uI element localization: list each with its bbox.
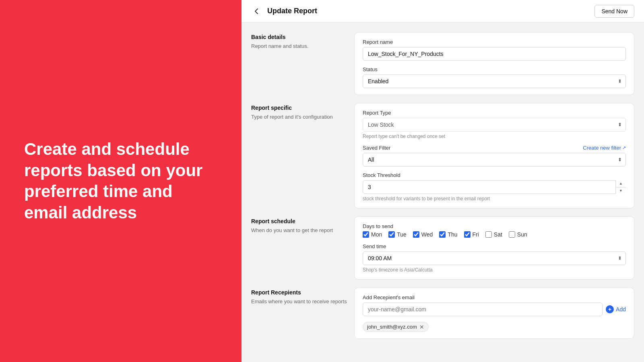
day-thu-checkbox[interactable]: [439, 231, 446, 238]
report-type-hint: Report type can't be changed once set: [363, 134, 626, 139]
left-panel-headline: Create and schedule reports based on you…: [24, 139, 217, 223]
report-type-label: Report Type: [363, 110, 626, 116]
day-sat-checkbox[interactable]: [485, 231, 492, 238]
day-thu: Thu: [439, 231, 457, 238]
saved-filter-header: Saved Filter Create new filter ↗: [363, 145, 626, 151]
status-field: Status Enabled Disabled ⬍: [363, 66, 626, 88]
email-tags-container: john_smith@xyz.com ✕: [363, 322, 626, 332]
report-type-select-wrapper: Low Stock ⬍: [363, 118, 626, 132]
page-content: Basic details Report name and status. Re…: [242, 23, 644, 348]
back-arrow-icon: [253, 7, 261, 15]
header-left: Update Report: [251, 6, 317, 17]
day-thu-label: Thu: [448, 231, 457, 238]
email-tag: john_smith@xyz.com ✕: [363, 322, 429, 332]
saved-filter-field: Saved Filter Create new filter ↗ All ⬍: [363, 145, 626, 167]
report-recipients-desc: Emails where you want to receive reports: [251, 298, 348, 305]
basic-details-info: Basic details Report name and status.: [251, 32, 348, 95]
timezone-hint: Shop's timezone is Asia/Calcutta: [363, 267, 626, 273]
stock-threshold-spinners: ▲ ▼: [615, 180, 626, 194]
stock-threshold-input-wrapper: ▲ ▼: [363, 180, 626, 194]
day-fri-checkbox[interactable]: [464, 231, 471, 238]
add-email-label: Add Recepient's email: [363, 294, 626, 300]
stock-threshold-label: Stock Threshold: [363, 172, 626, 178]
stock-threshold-increment[interactable]: ▲: [616, 180, 626, 187]
send-now-button[interactable]: Send Now: [594, 5, 634, 18]
add-circle-icon: +: [606, 305, 614, 313]
report-schedule-title: Report schedule: [251, 218, 348, 224]
basic-details-section: Basic details Report name and status. Re…: [251, 32, 634, 95]
day-sun-label: Sun: [517, 231, 527, 238]
report-recipients-info: Report Recepients Emails where you want …: [251, 288, 348, 339]
add-button-label: Add: [616, 306, 626, 313]
report-specific-title: Report specific: [251, 105, 348, 111]
day-tue-checkbox[interactable]: [388, 231, 395, 238]
day-fri: Fri: [464, 231, 479, 238]
day-tue: Tue: [388, 231, 407, 238]
day-mon: Mon: [363, 231, 382, 238]
add-email-row: + Add: [363, 302, 626, 316]
send-time-label: Send time: [363, 243, 626, 249]
report-name-label: Report name: [363, 39, 626, 45]
day-mon-checkbox[interactable]: [363, 231, 369, 238]
saved-filter-select-wrapper: All ⬍: [363, 153, 626, 167]
day-wed: Wed: [413, 231, 433, 238]
email-input[interactable]: [363, 302, 603, 316]
basic-details-title: Basic details: [251, 34, 348, 40]
report-schedule-info: Report schedule When do you want to get …: [251, 216, 348, 280]
status-select[interactable]: Enabled Disabled: [363, 74, 626, 88]
stock-threshold-input[interactable]: [363, 180, 626, 194]
report-schedule-card: Days to send Mon Tue Wed: [354, 216, 634, 280]
basic-details-desc: Report name and status.: [251, 43, 348, 50]
saved-filter-select[interactable]: All: [363, 153, 626, 167]
day-wed-label: Wed: [421, 231, 433, 238]
send-time-select[interactable]: 09:00 AM 10:00 AM: [363, 251, 626, 265]
report-specific-section: Report specific Type of report and it's …: [251, 103, 634, 208]
days-to-send-field: Days to send Mon Tue Wed: [363, 223, 626, 238]
report-specific-info: Report specific Type of report and it's …: [251, 103, 348, 208]
day-fri-label: Fri: [473, 231, 479, 238]
stock-threshold-decrement[interactable]: ▼: [616, 187, 626, 194]
email-tag-value: john_smith@xyz.com: [367, 324, 417, 330]
report-name-input[interactable]: [363, 47, 626, 61]
day-mon-label: Mon: [371, 231, 382, 238]
add-email-button[interactable]: + Add: [606, 305, 626, 313]
stock-threshold-field: Stock Threshold ▲ ▼ stock threshold for …: [363, 172, 626, 202]
days-container: Mon Tue Wed Thu: [363, 231, 626, 238]
report-name-field: Report name: [363, 39, 626, 61]
day-sat: Sat: [485, 231, 502, 238]
send-time-select-wrapper: 09:00 AM 10:00 AM ⬍: [363, 251, 626, 265]
saved-filter-label: Saved Filter: [363, 145, 390, 151]
create-filter-link[interactable]: Create new filter ↗: [583, 145, 626, 151]
status-label: Status: [363, 66, 626, 72]
basic-details-card: Report name Status Enabled Disabled ⬍: [354, 32, 634, 95]
send-time-field: Send time 09:00 AM 10:00 AM ⬍ Shop's tim…: [363, 243, 626, 273]
report-specific-card: Report Type Low Stock ⬍ Report type can'…: [354, 103, 634, 208]
day-tue-label: Tue: [397, 231, 407, 238]
day-sat-label: Sat: [494, 231, 502, 238]
report-schedule-section: Report schedule When do you want to get …: [251, 216, 634, 280]
day-sun: Sun: [509, 231, 527, 238]
page-header: Update Report Send Now: [242, 0, 644, 23]
external-link-icon: ↗: [622, 145, 626, 150]
report-recipients-section: Report Recepients Emails where you want …: [251, 288, 634, 339]
add-email-field: Add Recepient's email + Add: [363, 294, 626, 316]
status-select-wrapper: Enabled Disabled ⬍: [363, 74, 626, 88]
report-recipients-title: Report Recepients: [251, 289, 348, 296]
report-type-field: Report Type Low Stock ⬍ Report type can'…: [363, 110, 626, 139]
page-title: Update Report: [267, 7, 317, 15]
report-recipients-card: Add Recepient's email + Add john_smith@x…: [354, 288, 634, 339]
report-type-select[interactable]: Low Stock: [363, 118, 626, 132]
day-sun-checkbox[interactable]: [509, 231, 515, 238]
email-tag-remove-button[interactable]: ✕: [419, 324, 424, 330]
back-button[interactable]: [251, 6, 262, 17]
right-panel: Update Report Send Now Basic details Rep…: [242, 0, 644, 362]
left-panel: Create and schedule reports based on you…: [0, 0, 242, 362]
days-to-send-label: Days to send: [363, 223, 626, 229]
day-wed-checkbox[interactable]: [413, 231, 419, 238]
stock-threshold-hint: stock threshold for variants to be prese…: [363, 196, 626, 202]
report-schedule-desc: When do you want to get the report: [251, 227, 348, 234]
report-specific-desc: Type of report and it's configuration: [251, 113, 348, 121]
